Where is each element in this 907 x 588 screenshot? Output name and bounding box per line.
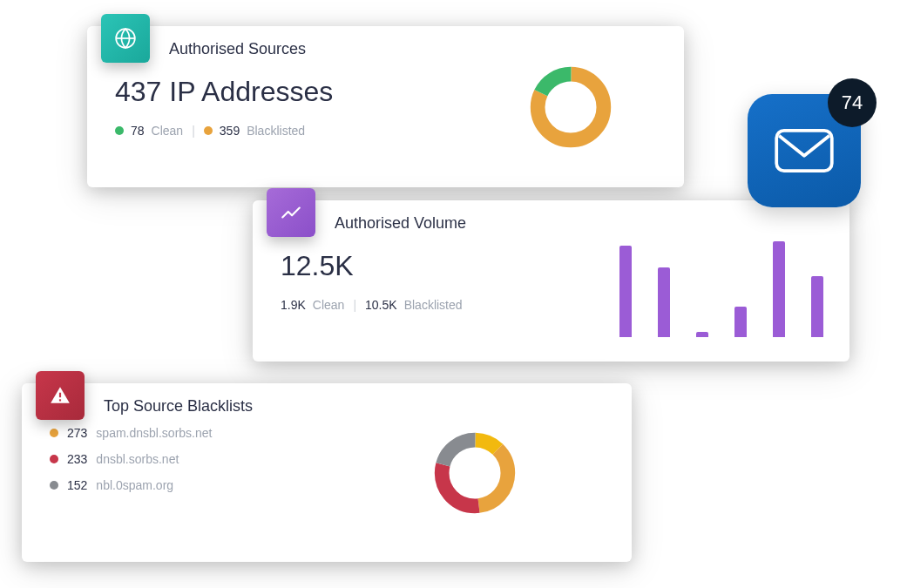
bar <box>734 307 747 337</box>
trend-icon <box>267 188 315 237</box>
card-title: Top Source Blacklists <box>104 397 604 416</box>
blacklisted-count: 10.5K <box>365 298 397 312</box>
blacklists-donut-chart <box>431 429 518 517</box>
svg-rect-9 <box>776 131 832 171</box>
item-dot <box>50 455 58 463</box>
svg-point-8 <box>442 440 508 506</box>
clean-label: Clean <box>313 298 345 312</box>
svg-rect-3 <box>59 393 61 397</box>
svg-rect-4 <box>59 399 61 401</box>
blacklist-item: 152 nbl.0spam.org <box>50 478 604 492</box>
sources-donut-chart <box>527 64 614 151</box>
authorised-volume-card: Authorised Volume 12.5K 1.9K Clean | 10.… <box>253 200 849 362</box>
item-count: 152 <box>67 478 87 492</box>
blacklist-item: 273 spam.dnsbl.sorbs.net <box>50 426 604 440</box>
bar <box>773 241 785 337</box>
item-count: 233 <box>67 452 87 466</box>
clean-count: 1.9K <box>281 298 306 312</box>
item-domain: dnsbl.sorbs.net <box>96 452 179 466</box>
clean-count: 78 <box>131 124 145 138</box>
bar <box>696 332 708 337</box>
blacklist-item: 233 dnsbl.sorbs.net <box>50 452 604 466</box>
blacklisted-count: 359 <box>220 124 240 138</box>
mail-count-badge: 74 <box>828 78 877 127</box>
blacklisted-label: Blacklisted <box>404 298 463 312</box>
globe-icon <box>101 14 150 63</box>
bar <box>658 267 670 337</box>
blacklisted-dot <box>204 126 213 135</box>
mail-widget[interactable]: 74 <box>748 94 861 207</box>
clean-label: Clean <box>152 124 184 138</box>
bar <box>811 276 823 337</box>
warning-icon <box>36 371 85 420</box>
card-title: Authorised Sources <box>169 40 656 58</box>
volume-bar-chart <box>619 233 823 337</box>
item-domain: nbl.0spam.org <box>96 478 173 492</box>
top-blacklists-card: Top Source Blacklists 273 spam.dnsbl.sor… <box>22 383 632 562</box>
separator: | <box>353 298 356 312</box>
authorised-sources-card: Authorised Sources 437 IP Addresses 78 C… <box>87 26 684 187</box>
item-count: 273 <box>67 426 87 440</box>
clean-dot <box>115 126 124 135</box>
card-title: Authorised Volume <box>335 214 822 233</box>
item-domain: spam.dnsbl.sorbs.net <box>96 426 212 440</box>
bar <box>619 246 632 337</box>
mail-icon <box>773 128 836 173</box>
svg-point-2 <box>538 74 604 140</box>
separator: | <box>192 124 195 138</box>
item-dot <box>50 481 58 490</box>
blacklisted-label: Blacklisted <box>247 124 305 138</box>
blacklist-list: 273 spam.dnsbl.sorbs.net 233 dnsbl.sorbs… <box>50 426 604 492</box>
item-dot <box>50 429 58 437</box>
